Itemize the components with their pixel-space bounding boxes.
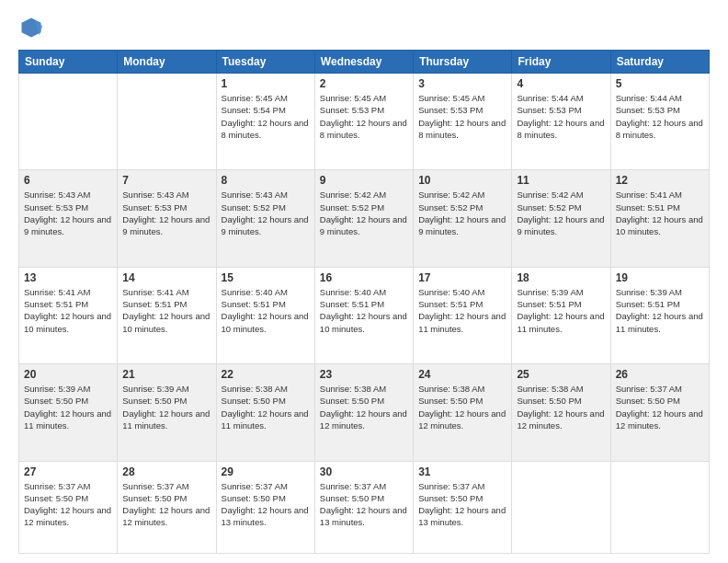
calendar-week-row: 27Sunrise: 5:37 AMSunset: 5:50 PMDayligh… xyxy=(19,461,710,554)
day-number: 16 xyxy=(320,271,408,284)
day-number: 31 xyxy=(418,465,506,478)
calendar-cell: 1Sunrise: 5:45 AMSunset: 5:54 PMDaylight… xyxy=(216,74,314,170)
calendar-cell: 13Sunrise: 5:41 AMSunset: 5:51 PMDayligh… xyxy=(19,267,118,363)
calendar-cell: 27Sunrise: 5:37 AMSunset: 5:50 PMDayligh… xyxy=(19,461,118,554)
cell-content: Sunrise: 5:43 AMSunset: 5:52 PMDaylight:… xyxy=(222,189,310,237)
header xyxy=(18,15,710,40)
cell-content: Sunrise: 5:43 AMSunset: 5:53 PMDaylight:… xyxy=(122,189,210,237)
calendar-cell: 30Sunrise: 5:37 AMSunset: 5:50 PMDayligh… xyxy=(314,461,413,554)
calendar-cell: 19Sunrise: 5:39 AMSunset: 5:51 PMDayligh… xyxy=(610,267,709,363)
day-number: 13 xyxy=(24,271,112,284)
cell-content: Sunrise: 5:42 AMSunset: 5:52 PMDaylight:… xyxy=(418,189,506,237)
calendar-cell xyxy=(19,74,118,170)
calendar-cell: 29Sunrise: 5:37 AMSunset: 5:50 PMDayligh… xyxy=(216,461,314,554)
cell-content: Sunrise: 5:40 AMSunset: 5:51 PMDaylight:… xyxy=(320,286,408,335)
calendar-cell: 2Sunrise: 5:45 AMSunset: 5:53 PMDaylight… xyxy=(314,74,413,170)
calendar-cell: 4Sunrise: 5:44 AMSunset: 5:53 PMDaylight… xyxy=(512,74,610,170)
day-number: 7 xyxy=(122,174,210,187)
weekday-header-friday: Friday xyxy=(512,51,610,74)
calendar-cell: 3Sunrise: 5:45 AMSunset: 5:53 PMDaylight… xyxy=(414,74,512,170)
day-number: 21 xyxy=(122,368,210,381)
cell-content: Sunrise: 5:41 AMSunset: 5:51 PMDaylight:… xyxy=(616,189,704,237)
weekday-header-thursday: Thursday xyxy=(414,51,512,74)
day-number: 8 xyxy=(222,174,310,187)
day-number: 10 xyxy=(418,174,506,187)
day-number: 22 xyxy=(222,368,310,381)
calendar-cell: 7Sunrise: 5:43 AMSunset: 5:53 PMDaylight… xyxy=(118,170,216,267)
calendar-cell: 20Sunrise: 5:39 AMSunset: 5:50 PMDayligh… xyxy=(19,364,118,461)
day-number: 4 xyxy=(517,77,605,90)
weekday-header-wednesday: Wednesday xyxy=(314,51,413,74)
day-number: 5 xyxy=(616,77,704,90)
cell-content: Sunrise: 5:38 AMSunset: 5:50 PMDaylight:… xyxy=(517,383,605,431)
calendar-table: SundayMondayTuesdayWednesdayThursdayFrid… xyxy=(18,50,710,554)
weekday-header-saturday: Saturday xyxy=(610,51,709,74)
logo-icon xyxy=(18,15,44,40)
calendar-cell: 14Sunrise: 5:41 AMSunset: 5:51 PMDayligh… xyxy=(118,267,216,363)
cell-content: Sunrise: 5:45 AMSunset: 5:54 PMDaylight:… xyxy=(222,92,310,141)
cell-content: Sunrise: 5:39 AMSunset: 5:51 PMDaylight:… xyxy=(517,286,605,335)
calendar-cell: 25Sunrise: 5:38 AMSunset: 5:50 PMDayligh… xyxy=(512,364,610,461)
day-number: 30 xyxy=(320,465,408,478)
calendar-cell: 9Sunrise: 5:42 AMSunset: 5:52 PMDaylight… xyxy=(314,170,413,267)
cell-content: Sunrise: 5:40 AMSunset: 5:51 PMDaylight:… xyxy=(418,286,506,335)
cell-content: Sunrise: 5:39 AMSunset: 5:51 PMDaylight:… xyxy=(616,286,704,335)
day-number: 18 xyxy=(517,271,605,284)
cell-content: Sunrise: 5:37 AMSunset: 5:50 PMDaylight:… xyxy=(616,383,704,431)
day-number: 9 xyxy=(320,174,408,187)
calendar-cell: 6Sunrise: 5:43 AMSunset: 5:53 PMDaylight… xyxy=(19,170,118,267)
day-number: 27 xyxy=(24,465,112,478)
cell-content: Sunrise: 5:37 AMSunset: 5:50 PMDaylight:… xyxy=(222,480,310,529)
cell-content: Sunrise: 5:45 AMSunset: 5:53 PMDaylight:… xyxy=(418,92,506,141)
calendar-cell: 10Sunrise: 5:42 AMSunset: 5:52 PMDayligh… xyxy=(414,170,512,267)
cell-content: Sunrise: 5:37 AMSunset: 5:50 PMDaylight:… xyxy=(320,480,408,529)
calendar-cell: 8Sunrise: 5:43 AMSunset: 5:52 PMDaylight… xyxy=(216,170,314,267)
page: SundayMondayTuesdayWednesdayThursdayFrid… xyxy=(0,0,728,563)
day-number: 12 xyxy=(616,174,704,187)
day-number: 19 xyxy=(616,271,704,284)
day-number: 25 xyxy=(517,368,605,381)
day-number: 15 xyxy=(222,271,310,284)
cell-content: Sunrise: 5:41 AMSunset: 5:51 PMDaylight:… xyxy=(122,286,210,335)
calendar-cell: 16Sunrise: 5:40 AMSunset: 5:51 PMDayligh… xyxy=(314,267,413,363)
calendar-week-row: 6Sunrise: 5:43 AMSunset: 5:53 PMDaylight… xyxy=(19,170,710,267)
day-number: 6 xyxy=(24,174,112,187)
calendar-cell: 28Sunrise: 5:37 AMSunset: 5:50 PMDayligh… xyxy=(118,461,216,554)
calendar-cell: 17Sunrise: 5:40 AMSunset: 5:51 PMDayligh… xyxy=(414,267,512,363)
day-number: 29 xyxy=(222,465,310,478)
calendar-cell: 18Sunrise: 5:39 AMSunset: 5:51 PMDayligh… xyxy=(512,267,610,363)
calendar-cell xyxy=(512,461,610,554)
day-number: 23 xyxy=(320,368,408,381)
calendar-cell: 24Sunrise: 5:38 AMSunset: 5:50 PMDayligh… xyxy=(414,364,512,461)
day-number: 28 xyxy=(122,465,210,478)
calendar-cell: 5Sunrise: 5:44 AMSunset: 5:53 PMDaylight… xyxy=(610,74,709,170)
day-number: 20 xyxy=(24,368,112,381)
calendar-cell xyxy=(118,74,216,170)
cell-content: Sunrise: 5:40 AMSunset: 5:51 PMDaylight:… xyxy=(222,286,310,335)
cell-content: Sunrise: 5:39 AMSunset: 5:50 PMDaylight:… xyxy=(122,383,210,431)
day-number: 14 xyxy=(122,271,210,284)
cell-content: Sunrise: 5:38 AMSunset: 5:50 PMDaylight:… xyxy=(320,383,408,431)
calendar-cell xyxy=(610,461,709,554)
calendar-cell: 11Sunrise: 5:42 AMSunset: 5:52 PMDayligh… xyxy=(512,170,610,267)
cell-content: Sunrise: 5:42 AMSunset: 5:52 PMDaylight:… xyxy=(517,189,605,237)
cell-content: Sunrise: 5:42 AMSunset: 5:52 PMDaylight:… xyxy=(320,189,408,237)
cell-content: Sunrise: 5:37 AMSunset: 5:50 PMDaylight:… xyxy=(418,480,506,529)
calendar-cell: 22Sunrise: 5:38 AMSunset: 5:50 PMDayligh… xyxy=(216,364,314,461)
day-number: 11 xyxy=(517,174,605,187)
weekday-header-monday: Monday xyxy=(118,51,216,74)
calendar-cell: 23Sunrise: 5:38 AMSunset: 5:50 PMDayligh… xyxy=(314,364,413,461)
cell-content: Sunrise: 5:43 AMSunset: 5:53 PMDaylight:… xyxy=(24,189,112,237)
day-number: 17 xyxy=(418,271,506,284)
weekday-header-tuesday: Tuesday xyxy=(216,51,314,74)
day-number: 1 xyxy=(222,77,310,90)
cell-content: Sunrise: 5:45 AMSunset: 5:53 PMDaylight:… xyxy=(320,92,408,141)
cell-content: Sunrise: 5:37 AMSunset: 5:50 PMDaylight:… xyxy=(24,480,112,529)
weekday-header-sunday: Sunday xyxy=(19,51,118,74)
calendar-week-row: 20Sunrise: 5:39 AMSunset: 5:50 PMDayligh… xyxy=(19,364,710,461)
calendar-cell: 26Sunrise: 5:37 AMSunset: 5:50 PMDayligh… xyxy=(610,364,709,461)
calendar-week-row: 1Sunrise: 5:45 AMSunset: 5:54 PMDaylight… xyxy=(19,74,710,170)
calendar-cell: 31Sunrise: 5:37 AMSunset: 5:50 PMDayligh… xyxy=(414,461,512,554)
cell-content: Sunrise: 5:37 AMSunset: 5:50 PMDaylight:… xyxy=(122,480,210,529)
cell-content: Sunrise: 5:44 AMSunset: 5:53 PMDaylight:… xyxy=(616,92,704,141)
